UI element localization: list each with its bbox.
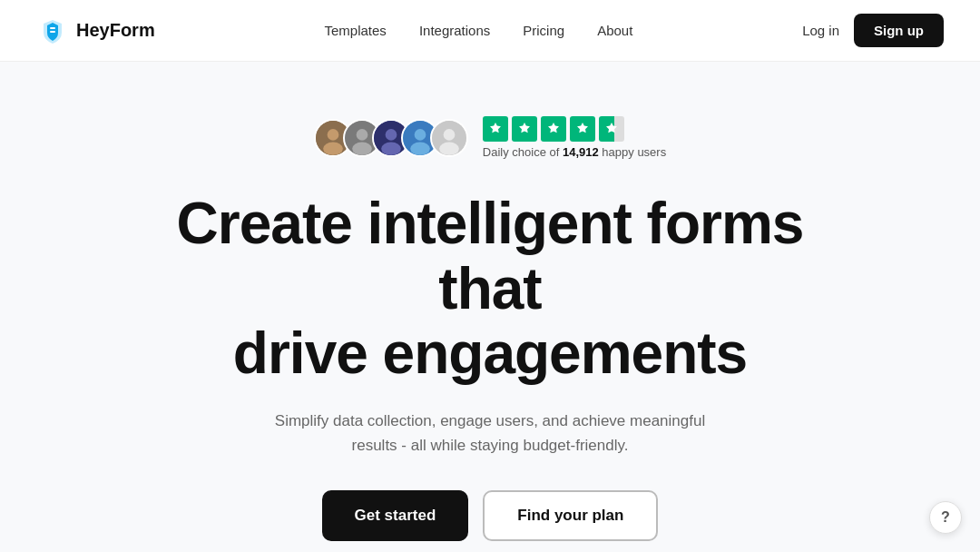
find-plan-button[interactable]: Find your plan: [483, 490, 658, 541]
social-proof: Daily choice of 14,912 happy users: [314, 116, 666, 159]
star-5: [599, 116, 624, 142]
svg-rect-1: [50, 27, 55, 29]
svg-point-4: [327, 129, 338, 141]
hero-section: Daily choice of 14,912 happy users Creat…: [0, 62, 980, 552]
get-started-button[interactable]: Get started: [322, 490, 469, 541]
avatar-group: [314, 119, 468, 157]
help-icon: ?: [941, 509, 950, 526]
star-rating: [483, 116, 624, 142]
star-2: [512, 116, 537, 142]
svg-point-14: [410, 142, 430, 154]
cta-buttons: Get started Find your plan: [322, 490, 659, 541]
svg-point-7: [356, 129, 368, 141]
hero-headline: Create intelligent forms that drive enga…: [127, 192, 853, 387]
nav-templates[interactable]: Templates: [325, 23, 387, 38]
help-button[interactable]: ?: [929, 501, 962, 534]
svg-point-16: [443, 129, 455, 141]
logo-icon: [36, 15, 69, 47]
logo-link[interactable]: HeyForm: [36, 15, 155, 47]
signup-button[interactable]: Sign up: [854, 14, 944, 47]
hero-subheadline: Simplify data collection, engage users, …: [263, 409, 717, 458]
navbar: HeyForm Templates Integrations Pricing A…: [0, 0, 980, 62]
svg-rect-2: [50, 31, 55, 33]
star-1: [483, 116, 508, 142]
star-3: [541, 116, 566, 142]
proof-right: Daily choice of 14,912 happy users: [483, 116, 666, 159]
svg-point-8: [352, 142, 372, 154]
svg-point-5: [323, 142, 343, 154]
svg-point-13: [414, 129, 426, 141]
login-button[interactable]: Log in: [802, 23, 839, 38]
avatar: [430, 119, 468, 157]
star-4: [570, 116, 595, 142]
proof-text: Daily choice of 14,912 happy users: [483, 145, 666, 159]
nav-actions: Log in Sign up: [802, 14, 944, 47]
nav-integrations[interactable]: Integrations: [419, 23, 490, 38]
svg-point-11: [381, 142, 401, 154]
logo-text: HeyForm: [76, 20, 155, 41]
svg-point-17: [439, 142, 459, 154]
nav-pricing[interactable]: Pricing: [523, 23, 564, 38]
nav-about[interactable]: About: [597, 23, 632, 38]
svg-point-10: [385, 129, 397, 141]
nav-links: Templates Integrations Pricing About: [325, 23, 633, 39]
